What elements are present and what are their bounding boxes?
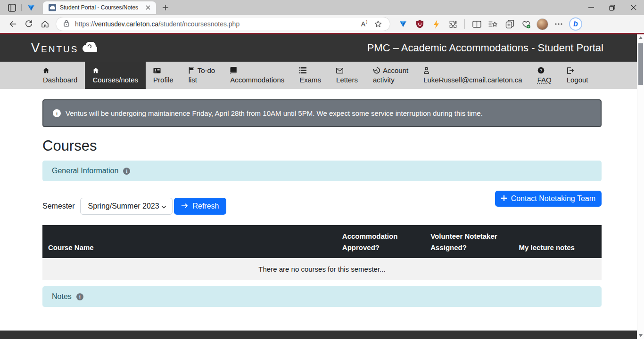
- main-navigation: Dashboard Courses/notes Profile To-do li…: [0, 62, 644, 89]
- refresh-page-icon[interactable]: [21, 17, 37, 31]
- ventus-logo: Ventus: [31, 41, 97, 56]
- nav-item-user-email[interactable]: LukeRussell@cmail.carleton.ca: [416, 62, 529, 89]
- ventus-cloud-icon: [82, 41, 97, 56]
- nav-item-dashboard[interactable]: Dashboard: [35, 62, 85, 89]
- notes-panel[interactable]: Notes i: [42, 286, 602, 307]
- question-circle-icon: ?: [537, 67, 545, 74]
- nav-item-letters[interactable]: Letters: [329, 62, 365, 89]
- profile-avatar[interactable]: [537, 18, 548, 30]
- svg-text:?: ?: [539, 68, 542, 73]
- site-footer: [0, 331, 644, 339]
- window-close-icon[interactable]: [623, 0, 644, 15]
- site-header: Ventus PMC – Academic Accommodations - S…: [0, 34, 644, 62]
- extensions-puzzle-icon[interactable]: [446, 18, 459, 30]
- courses-heading: Courses: [42, 137, 602, 154]
- favorite-star-icon[interactable]: [371, 18, 385, 30]
- lightning-extension-icon[interactable]: [430, 18, 442, 30]
- column-course-name: Course Name: [42, 225, 337, 258]
- tab-close-icon[interactable]: [144, 3, 152, 12]
- browser-essentials-icon[interactable]: [520, 18, 532, 30]
- tab-favicon-cloud-icon: [49, 4, 56, 11]
- browser-toolbar: https://ventusdev.carleton.ca/student/nc…: [0, 15, 644, 33]
- main-content: i Ventus will be undergoing maintainence…: [0, 99, 644, 339]
- house-icon: [43, 67, 50, 74]
- bing-chat-icon[interactable]: b: [569, 17, 582, 31]
- history-icon: [373, 67, 380, 74]
- nav-item-logout[interactable]: Logout: [559, 62, 596, 89]
- settings-more-icon[interactable]: [553, 18, 565, 30]
- read-aloud-icon[interactable]: A): [357, 18, 371, 30]
- scroll-down-icon[interactable]: [639, 334, 643, 337]
- flag-icon: [189, 67, 195, 74]
- scroll-up-icon[interactable]: [639, 36, 643, 39]
- plus-icon: [501, 194, 507, 203]
- nav-item-exams[interactable]: Exams: [292, 62, 329, 89]
- window-minimize-icon[interactable]: [580, 0, 602, 15]
- semester-label: Semester: [42, 202, 74, 210]
- page-title: PMC – Academic Accommodations - Student …: [367, 42, 603, 54]
- url-text: https://ventusdev.carleton.ca/student/nc…: [75, 20, 357, 28]
- tab-actions-icon[interactable]: [6, 1, 18, 14]
- chevron-down-icon: [161, 202, 166, 210]
- browser-tab[interactable]: Student Portal - Courses/Notes: [43, 1, 156, 14]
- contact-notetaking-team-button[interactable]: Contact Notetaking Team: [495, 191, 602, 207]
- back-icon[interactable]: [5, 17, 21, 31]
- semester-selected-value: Spring/Summer 2023: [88, 202, 159, 210]
- column-my-lecture-notes: My lecture notes: [513, 225, 602, 258]
- controls-row: Semester Spring/Summer 2023 Refresh Cont…: [42, 191, 602, 215]
- general-information-panel[interactable]: General Information i: [42, 161, 602, 181]
- nav-item-todo-list[interactable]: To-do list: [181, 62, 223, 89]
- lock-icon: [63, 19, 70, 29]
- info-icon: i: [53, 109, 61, 117]
- collections-add-icon[interactable]: [504, 18, 516, 30]
- ublock-shield-icon[interactable]: [413, 18, 426, 30]
- page-scrollbar[interactable]: [637, 34, 644, 339]
- refresh-button[interactable]: Refresh: [174, 198, 226, 215]
- maintenance-notice-text: Ventus will be undergoing maintainence F…: [66, 109, 483, 117]
- browser-titlebar: Student Portal - Courses/Notes: [0, 0, 644, 15]
- nav-item-profile[interactable]: Profile: [146, 62, 181, 89]
- window-restore-icon[interactable]: [602, 0, 623, 15]
- column-volunteer-notetaker: Volunteer Notetaker Assigned?: [425, 225, 513, 258]
- favorites-hub-icon[interactable]: [487, 18, 499, 30]
- scrollbar-thumb[interactable]: [638, 43, 643, 85]
- ventus-extension-icon[interactable]: [397, 18, 409, 30]
- notes-label: Notes: [52, 292, 72, 301]
- ventus-gem-icon[interactable]: [25, 1, 37, 14]
- column-accommodation-approved: Accommodation Approved?: [337, 225, 425, 258]
- info-icon[interactable]: i: [76, 293, 83, 300]
- nav-item-account-activity[interactable]: Account activity: [365, 62, 416, 89]
- toolbar-divider: [464, 19, 465, 29]
- table-row: There are no courses for this semester..…: [42, 258, 602, 280]
- tab-title: Student Portal - Courses/Notes: [60, 4, 140, 11]
- house-icon: [92, 67, 99, 74]
- empty-courses-message: There are no courses for this semester..…: [42, 258, 602, 280]
- new-tab-icon[interactable]: [159, 1, 172, 14]
- book-icon: [230, 67, 237, 74]
- titlebar-divider: [21, 4, 22, 11]
- info-icon[interactable]: i: [123, 168, 130, 175]
- address-bar[interactable]: https://ventusdev.carleton.ca/student/nc…: [56, 17, 390, 31]
- arrow-right-icon: [181, 202, 188, 210]
- logout-icon: [567, 67, 574, 74]
- split-screen-icon[interactable]: [471, 18, 483, 30]
- web-page: Ventus PMC – Academic Accommodations - S…: [0, 33, 644, 339]
- id-card-icon: [153, 67, 161, 74]
- list-icon: [299, 67, 306, 73]
- nav-item-courses-notes[interactable]: Courses/notes: [85, 62, 146, 89]
- general-information-label: General Information: [52, 167, 118, 175]
- courses-table: Course Name Accommodation Approved? Volu…: [42, 225, 602, 280]
- nav-item-faq[interactable]: ? FAQ: [530, 62, 559, 89]
- maintenance-notice: i Ventus will be undergoing maintainence…: [42, 99, 602, 127]
- home-icon[interactable]: [37, 17, 53, 31]
- envelope-icon: [336, 68, 343, 73]
- semester-select[interactable]: Spring/Summer 2023: [80, 198, 173, 215]
- person-icon: [423, 67, 429, 74]
- nav-item-accommodations[interactable]: Accommodations: [223, 62, 292, 89]
